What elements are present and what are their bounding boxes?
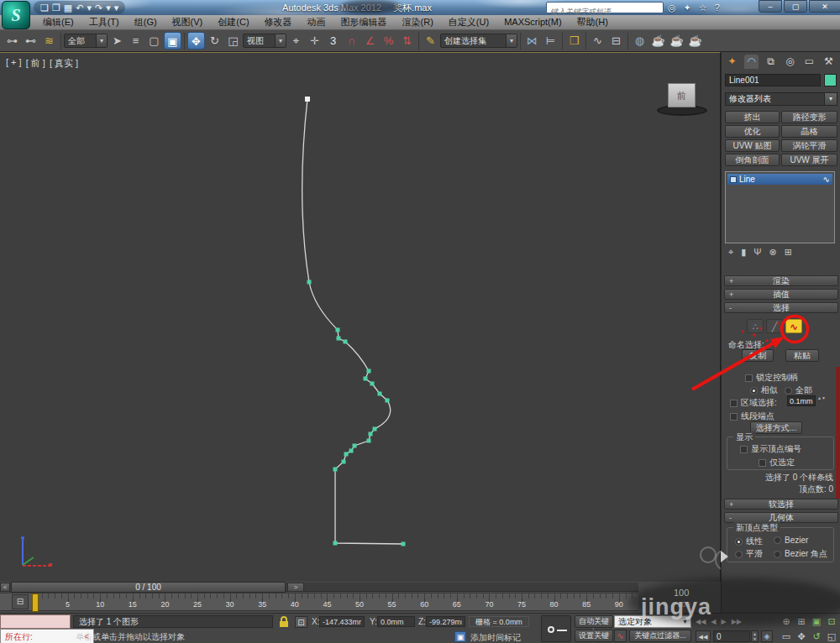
align-icon[interactable]: ⊨: [542, 32, 559, 50]
rollout-interpolation[interactable]: + 插值: [724, 289, 838, 300]
next-frame-button[interactable]: >: [287, 583, 304, 592]
field-of-view-icon[interactable]: ▭: [780, 630, 793, 643]
vertex-subobject-icon[interactable]: ∴: [747, 319, 764, 333]
zoom-extents-all-icon[interactable]: ⊡: [825, 615, 838, 628]
modifier-button[interactable]: 涡轮平滑: [781, 139, 837, 152]
save-file-icon[interactable]: ▦: [64, 1, 72, 14]
go-to-start-button[interactable]: ◀◀: [696, 630, 711, 642]
orbit-icon[interactable]: ↺: [810, 630, 823, 643]
menu-item[interactable]: 编辑(E): [35, 15, 81, 29]
maximize-viewport-icon[interactable]: ◱: [825, 630, 838, 643]
select-and-rotate-icon[interactable]: ↻: [206, 32, 223, 50]
area-threshold-field[interactable]: [787, 395, 816, 406]
menu-item[interactable]: MAXScript(M): [496, 15, 569, 29]
bezier-radio[interactable]: [774, 536, 781, 544]
close-button[interactable]: ✕: [809, 0, 840, 13]
next-frame-icon[interactable]: ▶▶: [732, 615, 742, 628]
menu-item[interactable]: 创建(C): [210, 15, 256, 29]
display-tab[interactable]: ▭: [802, 55, 816, 69]
angle-snap-icon[interactable]: ∠: [361, 32, 379, 50]
stack-item-line[interactable]: Line ∿: [727, 174, 832, 185]
auto-key-button[interactable]: 自动关键点: [575, 615, 613, 628]
rectangular-selection-icon[interactable]: ▢: [145, 32, 163, 50]
bezier-corner-radio[interactable]: [774, 551, 781, 558]
infocenter-search[interactable]: [546, 2, 664, 13]
select-and-manipulate-icon[interactable]: ✛: [306, 32, 323, 50]
remove-modifier-icon[interactable]: ⊗: [769, 247, 776, 258]
spin-down-icon[interactable]: ▼: [753, 636, 757, 641]
schematic-view-icon[interactable]: ⊟: [607, 32, 625, 50]
menu-item[interactable]: 组(G): [127, 15, 165, 29]
infocenter-help-icon[interactable]: ?: [715, 1, 720, 14]
percent-snap-icon[interactable]: %: [380, 32, 397, 50]
macro-recorder-field[interactable]: [0, 614, 71, 629]
paste-button[interactable]: 粘贴: [785, 349, 819, 362]
front-viewport[interactable]: [0, 52, 721, 582]
select-and-move-icon[interactable]: ✥: [187, 32, 205, 50]
previous-frame-button[interactable]: <: [0, 583, 10, 592]
undo-dropdown-icon[interactable]: ▾: [87, 1, 92, 14]
modifier-button[interactable]: 挤出: [725, 111, 780, 123]
communication-center-icon[interactable]: ✦: [684, 1, 691, 14]
absolute-offset-toggle-icon[interactable]: ⊡: [295, 616, 307, 628]
workspace-dropdown-icon[interactable]: ▾: [114, 1, 119, 14]
select-by-button[interactable]: 选择方式...: [750, 421, 802, 434]
z-coordinate-field[interactable]: [426, 616, 465, 627]
configure-modifier-sets-icon[interactable]: ⊞: [785, 247, 792, 258]
select-and-link-icon[interactable]: ⊶: [3, 32, 21, 50]
segment-end-checkbox[interactable]: [730, 413, 738, 421]
zoom-icon[interactable]: ⊕: [780, 615, 793, 628]
go-to-start-icon[interactable]: ◀◀: [696, 615, 706, 628]
frame-spinner-arrows[interactable]: ▲▼: [751, 630, 759, 642]
undo-icon[interactable]: ↶: [76, 1, 83, 14]
rollout-selection[interactable]: - 选择: [724, 302, 838, 313]
zoom-extents-icon[interactable]: ▣: [810, 615, 823, 628]
x-coordinate-field[interactable]: [319, 616, 365, 627]
smooth-radio[interactable]: [735, 551, 743, 558]
y-coordinate-field[interactable]: [377, 616, 415, 627]
play-icon[interactable]: ▶: [721, 615, 726, 628]
select-object-icon[interactable]: ➤: [108, 32, 126, 50]
previous-frame-icon[interactable]: ◀: [711, 615, 716, 628]
maximize-button[interactable]: ▢: [784, 0, 807, 13]
select-and-scale-icon[interactable]: ◲: [224, 32, 242, 50]
toggle-set-key-mode-button[interactable]: [541, 615, 571, 642]
selected-only-checkbox[interactable]: [759, 459, 766, 467]
curve-editor-icon[interactable]: ∿: [589, 32, 606, 50]
selection-lock-toggle-icon[interactable]: ▣: [454, 631, 466, 642]
favorites-icon[interactable]: ☆: [699, 1, 707, 14]
viewport-menu-pov[interactable]: [ 前 ]: [26, 57, 45, 70]
rollout-rendering[interactable]: + 渲染: [724, 275, 838, 286]
pin-stack-icon[interactable]: ⌖: [728, 247, 733, 258]
selection-filter-dropdown[interactable]: 全部▾: [64, 34, 108, 48]
search-icon[interactable]: ◎: [668, 1, 676, 14]
panel-scrollbar[interactable]: [836, 367, 840, 499]
bind-to-space-warp-icon[interactable]: ≋: [40, 32, 58, 50]
viewport-menu-shading[interactable]: [ 真实 ]: [50, 57, 78, 70]
create-tab[interactable]: ✦: [725, 55, 739, 69]
key-filters-button[interactable]: 关键点过滤器...: [629, 630, 691, 642]
utilities-tab[interactable]: ⚒: [822, 55, 836, 69]
edit-named-selection-sets-icon[interactable]: ✎: [422, 32, 439, 50]
use-pivot-center-icon[interactable]: ⌖: [287, 32, 305, 50]
current-frame-field[interactable]: [713, 630, 750, 642]
panel-scroll-arrow-icon[interactable]: [721, 551, 728, 562]
spinner-arrows-icon[interactable]: ▲▼: [817, 395, 824, 400]
search-input[interactable]: [547, 7, 663, 17]
object-name-field[interactable]: [725, 74, 821, 86]
set-key-button[interactable]: 设置关键点: [575, 630, 613, 642]
viewcube[interactable]: 前: [668, 83, 696, 107]
key-filter-scope-dropdown[interactable]: 选定对象 ▾: [614, 615, 691, 628]
menu-item[interactable]: 动画: [300, 15, 333, 29]
reference-coordinate-dropdown[interactable]: 视图▾: [243, 34, 286, 48]
modifier-list-dropdown[interactable]: 修改器列表 ▾: [725, 92, 837, 106]
menu-item[interactable]: 工具(T): [81, 15, 127, 29]
layer-manager-icon[interactable]: ❒: [565, 32, 583, 50]
modifier-button[interactable]: 路径变形: [781, 111, 837, 123]
new-file-icon[interactable]: ❏: [40, 1, 49, 14]
mirror-icon[interactable]: ⋈: [523, 32, 541, 50]
render-setup-icon[interactable]: ☕: [649, 32, 667, 50]
menu-item[interactable]: 自定义(U): [441, 15, 496, 29]
object-color-swatch[interactable]: [824, 74, 837, 86]
minimize-button[interactable]: –: [759, 0, 782, 13]
